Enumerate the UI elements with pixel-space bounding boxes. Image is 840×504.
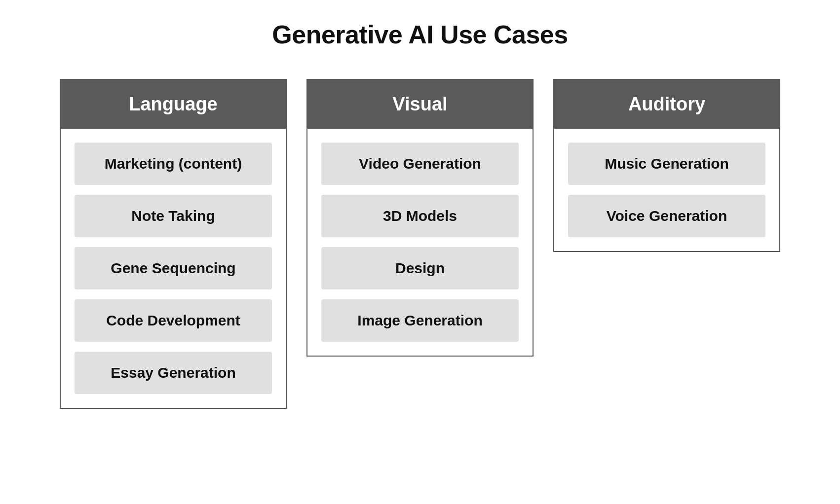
- column-header-visual: Visual: [307, 80, 533, 129]
- use-case-item-visual-2: Design: [321, 247, 519, 289]
- column-header-auditory: Auditory: [554, 80, 779, 129]
- use-case-item-auditory-1: Voice Generation: [568, 195, 765, 237]
- use-case-item-language-0: Marketing (content): [75, 143, 272, 185]
- use-case-item-language-3: Code Development: [75, 299, 272, 342]
- column-header-language: Language: [61, 80, 286, 129]
- column-auditory: AuditoryMusic GenerationVoice Generation: [553, 79, 780, 252]
- use-case-item-language-1: Note Taking: [75, 195, 272, 237]
- use-case-item-visual-1: 3D Models: [321, 195, 519, 237]
- column-language: LanguageMarketing (content)Note TakingGe…: [60, 79, 287, 409]
- column-body-visual: Video Generation3D ModelsDesignImage Gen…: [307, 129, 533, 356]
- column-body-auditory: Music GenerationVoice Generation: [554, 129, 779, 251]
- use-case-item-language-4: Essay Generation: [75, 352, 272, 394]
- use-case-item-auditory-0: Music Generation: [568, 143, 765, 185]
- page-title: Generative AI Use Cases: [272, 20, 568, 49]
- use-case-item-language-2: Gene Sequencing: [75, 247, 272, 289]
- use-case-item-visual-3: Image Generation: [321, 299, 519, 342]
- use-case-item-visual-0: Video Generation: [321, 143, 519, 185]
- column-visual: VisualVideo Generation3D ModelsDesignIma…: [306, 79, 534, 357]
- column-body-language: Marketing (content)Note TakingGene Seque…: [61, 129, 286, 408]
- columns-wrapper: LanguageMarketing (content)Note TakingGe…: [30, 79, 810, 409]
